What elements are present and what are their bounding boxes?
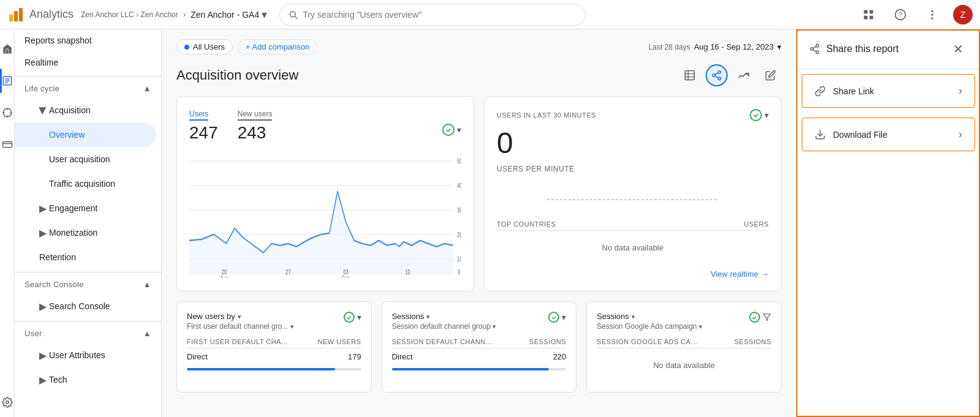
check-circle-icon[interactable] xyxy=(344,312,355,323)
sidebar-item-engagement[interactable]: ▶ Engagement xyxy=(15,196,161,220)
share-button[interactable] xyxy=(706,64,728,86)
sidebar-item-reports-snapshot[interactable]: Reports snapshot xyxy=(15,29,161,51)
close-panel-button[interactable]: ✕ xyxy=(948,39,968,59)
chevron-up-icon: ▲ xyxy=(143,84,151,93)
link-icon xyxy=(815,86,826,97)
bottom-card-3-header: Sessions ▾ Session Google Ads campaign ▾ xyxy=(597,312,771,331)
countries-header: TOP COUNTRIES USERS xyxy=(497,220,769,231)
card3-controls xyxy=(749,312,771,323)
nav-section-search-console[interactable]: Search Console ▲ xyxy=(15,275,161,294)
add-comparison-button[interactable]: + Add comparison xyxy=(238,39,317,54)
svg-text:Sep: Sep xyxy=(342,275,350,277)
check-circle-icon[interactable] xyxy=(442,124,454,136)
svg-rect-5 xyxy=(864,10,868,13)
icon-sidebar xyxy=(0,29,15,417)
account-name: Zen Anchor - GA4 xyxy=(190,10,259,20)
svg-point-13 xyxy=(931,17,933,19)
sidebar-icon-home[interactable] xyxy=(0,34,15,64)
view-realtime-link[interactable]: View realtime → xyxy=(497,269,769,279)
edit-button[interactable] xyxy=(760,64,782,86)
apps-icon[interactable] xyxy=(858,4,880,26)
sidebar-icon-configure[interactable] xyxy=(0,388,15,417)
svg-point-51 xyxy=(816,45,819,48)
card1-dropdown[interactable]: ▾ xyxy=(357,312,361,322)
check-circle-icon[interactable] xyxy=(548,312,559,323)
section-actions xyxy=(679,64,782,86)
sidebar-item-user-attributes[interactable]: ▶ User Attributes xyxy=(15,343,161,367)
svg-point-26 xyxy=(718,71,721,74)
sidebar-item-realtime[interactable]: Realtime xyxy=(15,51,161,73)
sidebar-icon-explore[interactable] xyxy=(0,98,15,127)
bottom-card-2-header: Sessions ▾ Session default channel group… xyxy=(392,312,567,331)
content-toolbar: All Users + Add comparison Last 28 days … xyxy=(176,39,782,54)
nav-divider-1 xyxy=(15,76,161,77)
nav-section-user[interactable]: User ▲ xyxy=(15,324,161,343)
nav-divider-3 xyxy=(15,321,161,321)
svg-rect-19 xyxy=(2,142,12,148)
logo-area: Analytics xyxy=(7,6,74,23)
check-circle-icon[interactable] xyxy=(750,109,762,121)
chevron-down-icon: ▾ xyxy=(777,42,782,51)
sidebar-item-acquisition[interactable]: ▶ Acquisition xyxy=(15,98,161,122)
sidebar-icon-reports[interactable] xyxy=(0,66,15,96)
bottom-card-new-users: New users by ▾ First user default channe… xyxy=(176,301,372,393)
svg-text:10: 10 xyxy=(457,256,461,263)
sidebar-item-traffic-acquisition[interactable]: Traffic acquisition xyxy=(15,171,161,196)
help-icon[interactable]: ? xyxy=(889,4,911,26)
metric-users: Users 247 xyxy=(189,109,218,143)
search-input[interactable] xyxy=(303,10,576,20)
app-title: Analytics xyxy=(29,8,74,21)
download-file-item[interactable]: Download File › xyxy=(802,118,975,151)
date-range-picker[interactable]: Last 28 days Aug 16 - Sep 12, 2023 ▾ xyxy=(649,42,782,51)
chevron-down-icon[interactable]: ▾ xyxy=(262,8,267,21)
sidebar-item-monetization[interactable]: ▶ Monetization xyxy=(15,220,161,245)
svg-text:20: 20 xyxy=(457,231,461,239)
chart-options-dropdown[interactable]: ▾ xyxy=(457,125,461,135)
svg-text:30: 30 xyxy=(457,207,461,214)
share-panel-title: Share this report xyxy=(826,43,899,54)
share-panel-header: Share this report ✕ xyxy=(797,29,980,69)
all-users-chip[interactable]: All Users xyxy=(176,39,233,54)
sidebar-item-tech[interactable]: ▶ Tech xyxy=(15,367,161,392)
share-link-icon xyxy=(809,43,820,54)
bottom-card-sessions: Sessions ▾ Session default channel group… xyxy=(382,301,577,393)
share-link-item[interactable]: Share Link › xyxy=(802,74,975,108)
avatar[interactable]: Z xyxy=(953,5,973,24)
filter-icon xyxy=(763,313,771,321)
card1-controls: ▾ xyxy=(344,312,361,323)
col-header-2: SESSION DEFAULT CHANN... SESSIONS xyxy=(392,336,567,348)
sidebar-item-retention[interactable]: Retention xyxy=(15,245,161,269)
more-vert-icon[interactable] xyxy=(921,4,943,26)
sidebar-item-overview[interactable]: Overview xyxy=(15,122,156,147)
account-selector[interactable]: Zen Anchor LLC › Zen Anchor › Zen Anchor… xyxy=(81,8,267,21)
share-panel: Share this report ✕ Share Link › xyxy=(796,29,980,417)
section-title: Acquisition overview xyxy=(176,64,782,86)
realtime-options-dropdown[interactable]: ▾ xyxy=(764,110,769,120)
top-countries: TOP COUNTRIES USERS No data available xyxy=(497,220,769,265)
svg-rect-1 xyxy=(14,11,18,21)
svg-rect-6 xyxy=(870,10,873,13)
search-bar[interactable] xyxy=(279,4,586,26)
nav-section-lifecycle[interactable]: Life cycle ▲ xyxy=(15,79,161,98)
users-chart-card: Users 247 New users 243 ▾ xyxy=(176,96,474,291)
svg-point-11 xyxy=(931,10,933,12)
svg-point-21 xyxy=(6,401,9,404)
svg-line-4 xyxy=(295,16,297,18)
analytics-logo-icon xyxy=(7,6,24,23)
svg-text:50: 50 xyxy=(457,158,461,165)
metric-new-users: New users 243 xyxy=(238,109,273,143)
insights-button[interactable] xyxy=(733,64,755,86)
svg-line-29 xyxy=(715,76,718,78)
card2-dropdown[interactable]: ▾ xyxy=(562,312,566,322)
sidebar-item-search-console[interactable]: ▶ Search Console xyxy=(15,294,161,318)
table-view-button[interactable] xyxy=(679,64,701,86)
expand-arrow-icon: ▶ xyxy=(37,107,49,114)
col-header-1: FIRST USER DEFAULT CHA... NEW USERS xyxy=(187,336,361,348)
sidebar-item-user-acquisition[interactable]: User acquisition xyxy=(15,147,161,171)
breadcrumb: Zen Anchor LLC › Zen Anchor xyxy=(81,10,178,19)
chart-svg: 50 40 30 20 10 0 20 Aug 27 xyxy=(189,155,461,277)
svg-rect-22 xyxy=(685,71,695,80)
sidebar-icon-advertising[interactable] xyxy=(0,130,15,159)
bottom-card-ads: Sessions ▾ Session Google Ads campaign ▾ xyxy=(586,301,782,393)
check-circle-icon[interactable] xyxy=(749,312,760,323)
